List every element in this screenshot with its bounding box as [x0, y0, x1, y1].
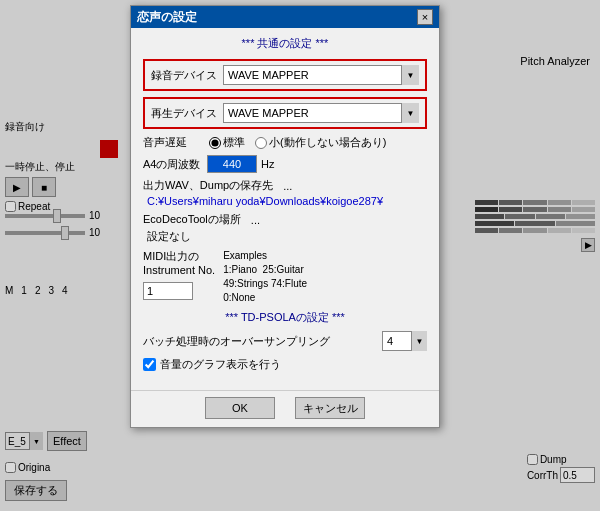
midi-left: MIDI出力のInstrument No.	[143, 249, 215, 300]
audio-delay-row: 音声遅延 標準 小(動作しない場合あり)	[143, 135, 427, 150]
output-path-browse-btn[interactable]: ...	[279, 180, 296, 192]
output-path-row: 出力WAV、Dumpの保存先 ...	[143, 178, 427, 193]
ecodeco-setting-none: 設定なし	[147, 229, 427, 244]
a4-freq-row: A4の周波数 Hz	[143, 155, 427, 173]
midi-section: MIDI出力のInstrument No. Examples1:Piano 25…	[143, 249, 427, 305]
audio-delay-radio-group: 標準 小(動作しない場合あり)	[209, 135, 427, 150]
ecodeco-browse-btn[interactable]: ...	[247, 214, 264, 226]
playback-device-group: 再生デバイス WAVE MAPPER ▼	[143, 97, 427, 129]
ecodeco-label: EcoDecoToolの場所	[143, 212, 241, 227]
a4-freq-label: A4の周波数	[143, 157, 203, 172]
midi-input[interactable]	[143, 282, 193, 300]
dialog-titlebar: 恋声の設定 ×	[131, 6, 439, 28]
audio-delay-small-label: 小(動作しない場合あり)	[269, 135, 386, 150]
audio-delay-small-radio[interactable]	[255, 137, 267, 149]
audio-delay-standard-option[interactable]: 標準	[209, 135, 245, 150]
a4-freq-input[interactable]	[207, 155, 257, 173]
oversample-row: バッチ処理時のオーバーサンプリング 1 2 4 8 ▼	[143, 331, 427, 351]
a4-freq-unit: Hz	[261, 158, 274, 170]
audio-delay-label: 音声遅延	[143, 135, 203, 150]
td-psola-section-header: *** TD-PSOLAの設定 ***	[143, 310, 427, 325]
dialog-close-button[interactable]: ×	[417, 9, 433, 25]
ecodeco-row: EcoDecoToolの場所 ...	[143, 212, 427, 227]
playback-device-select[interactable]: WAVE MAPPER	[223, 103, 419, 123]
recording-device-select[interactable]: WAVE MAPPER	[223, 65, 419, 85]
playback-device-row: 再生デバイス WAVE MAPPER ▼	[151, 103, 419, 123]
volume-graph-label: 音量のグラフ表示を行う	[160, 357, 281, 372]
audio-delay-small-option[interactable]: 小(動作しない場合あり)	[255, 135, 386, 150]
audio-delay-standard-label: 標準	[223, 135, 245, 150]
recording-device-select-wrap[interactable]: WAVE MAPPER ▼	[223, 65, 419, 85]
volume-graph-row[interactable]: 音量のグラフ表示を行う	[143, 357, 427, 372]
midi-examples: Examples1:Piano 25:Guitar49:Strings 74:F…	[223, 249, 307, 305]
oversample-select[interactable]: 1 2 4 8	[382, 331, 427, 351]
output-path-text: C:¥Users¥miharu yoda¥Downloads¥koigoe287…	[147, 195, 427, 207]
playback-device-select-wrap[interactable]: WAVE MAPPER ▼	[223, 103, 419, 123]
settings-dialog: 恋声の設定 × *** 共通の設定 *** 録音デバイス WAVE MAPPER…	[130, 5, 440, 428]
cancel-button[interactable]: キャンセル	[295, 397, 365, 419]
output-path-label: 出力WAV、Dumpの保存先	[143, 178, 273, 193]
volume-graph-checkbox[interactable]	[143, 358, 156, 371]
ok-button[interactable]: OK	[205, 397, 275, 419]
oversample-label: バッチ処理時のオーバーサンプリング	[143, 334, 376, 349]
playback-device-label: 再生デバイス	[151, 106, 217, 121]
dialog-body: *** 共通の設定 *** 録音デバイス WAVE MAPPER ▼ 再生デバイ…	[131, 28, 439, 390]
audio-delay-standard-radio[interactable]	[209, 137, 221, 149]
oversample-select-wrap[interactable]: 1 2 4 8 ▼	[382, 331, 427, 351]
common-section-header: *** 共通の設定 ***	[143, 36, 427, 51]
recording-device-group: 録音デバイス WAVE MAPPER ▼	[143, 59, 427, 91]
recording-device-label: 録音デバイス	[151, 68, 217, 83]
dialog-footer: OK キャンセル	[131, 390, 439, 427]
recording-device-row: 録音デバイス WAVE MAPPER ▼	[151, 65, 419, 85]
midi-label: MIDI出力のInstrument No.	[143, 249, 215, 278]
dialog-title: 恋声の設定	[137, 9, 197, 26]
